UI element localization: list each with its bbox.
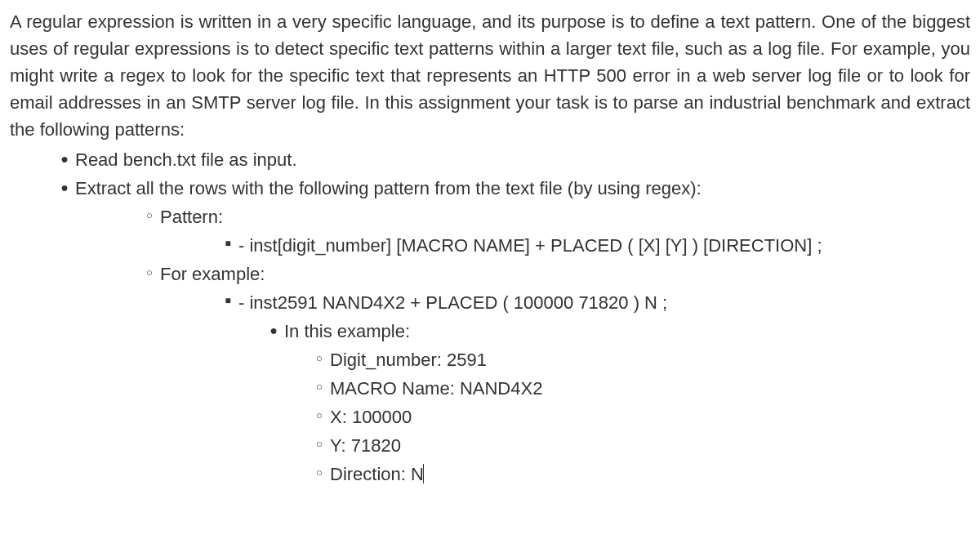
bullet-disc-icon: ●: [54, 178, 75, 198]
list-item: ● Read bench.txt file as input.: [10, 146, 970, 173]
bullet-square-icon: ■: [217, 236, 238, 251]
list-text: - inst2591 NAND4X2 + PLACED ( 100000 718…: [238, 289, 970, 316]
list-text: Direction: N: [330, 461, 970, 488]
list-item: ○ Digit_number: 2591: [10, 346, 970, 373]
list-item: ■ - inst2591 NAND4X2 + PLACED ( 100000 7…: [10, 289, 970, 316]
list-text: Extract all the rows with the following …: [75, 175, 970, 202]
list-item: ○ MACRO Name: NAND4X2: [10, 375, 970, 402]
list-text: MACRO Name: NAND4X2: [330, 375, 970, 402]
bullet-circle-icon: ○: [139, 265, 160, 281]
list-text: Pattern:: [160, 203, 970, 230]
list-text: In this example:: [284, 318, 970, 345]
list-item: ○ Pattern:: [10, 203, 970, 230]
bullet-circle-icon: ○: [309, 350, 330, 367]
text-cursor-icon: [423, 464, 424, 483]
list-item: ○ X: 100000: [10, 403, 970, 430]
bullet-square-icon: ■: [217, 293, 238, 308]
bullet-circle-icon: ○: [309, 408, 330, 424]
list-text: Y: 71820: [330, 432, 970, 459]
bullet-disc-icon: ●: [54, 149, 75, 169]
bullet-circle-icon: ○: [309, 379, 330, 395]
list-item: ● Extract all the rows with the followin…: [10, 175, 970, 202]
intro-paragraph: A regular expression is written in a ver…: [10, 8, 970, 143]
list-item: ● In this example:: [10, 318, 970, 345]
list-text: Read bench.txt file as input.: [75, 146, 970, 173]
list-text: For example:: [160, 261, 970, 287]
bullet-circle-icon: ○: [309, 436, 330, 452]
list-item: ○ For example:: [10, 261, 970, 287]
list-text: - inst[digit_number] [MACRO NAME] + PLAC…: [238, 232, 970, 259]
direction-text: Direction: N: [330, 464, 424, 484]
bullet-disc-icon: ●: [263, 321, 284, 341]
list-item: ○ Direction: N: [10, 461, 970, 488]
bullet-circle-icon: ○: [309, 465, 330, 481]
list-item: ■ - inst[digit_number] [MACRO NAME] + PL…: [10, 232, 970, 259]
list-text: Digit_number: 2591: [330, 346, 970, 373]
bullet-circle-icon: ○: [139, 207, 160, 224]
list-text: X: 100000: [330, 403, 970, 430]
list-item: ○ Y: 71820: [10, 432, 970, 459]
